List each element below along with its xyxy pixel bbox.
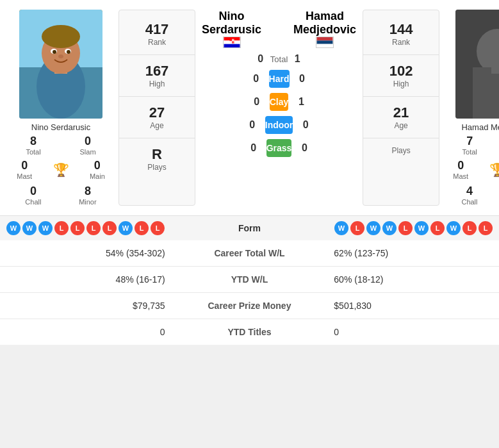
- stats-row: 48% (16-17)YTD W/L60% (18-12): [0, 267, 499, 293]
- player1-age-label: Age: [150, 121, 163, 130]
- player1-mast-value: 0: [21, 159, 28, 172]
- form-badge: L: [70, 221, 85, 235]
- grass-score-left: 0: [244, 142, 263, 154]
- form-badge: W: [414, 221, 429, 235]
- player2-age-row: 21 Age: [363, 97, 439, 138]
- player1-mid-stats: 417 Rank 167 High 27 Age R Plays: [119, 10, 195, 206]
- svg-rect-17: [232, 41, 234, 44]
- clay-button[interactable]: Clay: [270, 93, 289, 111]
- player2-mast-value: 0: [457, 159, 464, 172]
- player1-chall-cell: 0 Chall: [25, 185, 41, 206]
- player1-plays-value: R: [152, 146, 162, 163]
- stat-left: 54% (354-302): [0, 240, 175, 267]
- player1-rank-row: 417 Rank: [119, 13, 195, 55]
- form-badge: W: [446, 221, 461, 235]
- player2-name-block: Hamad Medjedovic: [293, 10, 356, 48]
- svg-rect-23: [473, 67, 499, 119]
- player1-name-label: Nino Serdarusic: [31, 122, 91, 132]
- player1-chall-label: Chall: [25, 198, 41, 206]
- player1-main-cell: 0 Main: [90, 159, 105, 180]
- player1-high-label: High: [149, 79, 165, 88]
- player1-plays-row: R Plays: [119, 138, 195, 179]
- player2-mast-label: Mast: [453, 172, 468, 180]
- hard-button[interactable]: Hard: [269, 70, 290, 88]
- player1-minor-label: Minor: [79, 198, 97, 206]
- player1-header-name: Nino Serdarusic: [202, 10, 261, 37]
- stat-left: 48% (16-17): [0, 267, 175, 293]
- total-score-right: 1: [288, 53, 307, 65]
- grass-button[interactable]: Grass: [266, 139, 292, 157]
- court-row-hard: 0 Hard 0: [243, 70, 315, 88]
- player1-photo: [19, 10, 102, 119]
- stat-right: $501,830: [324, 293, 499, 319]
- total-score-left: 0: [251, 53, 270, 65]
- player2-age-label: Age: [394, 121, 407, 130]
- svg-rect-24: [491, 64, 499, 74]
- top-section: Nino Serdarusic 8 Total 0 Slam 0 Mast: [0, 0, 499, 215]
- player2-trophy-icon: 🏆: [489, 162, 499, 178]
- clay-score-left: 0: [247, 96, 266, 108]
- player2-mast-cell: 0 Mast: [453, 159, 468, 180]
- svg-point-10: [58, 54, 63, 58]
- player2-high-value: 102: [389, 63, 413, 79]
- stat-label: YTD W/L: [175, 267, 325, 293]
- player1-plays-label: Plays: [147, 163, 166, 172]
- stats-row: 54% (354-302)Career Total W/L62% (123-75…: [0, 240, 499, 267]
- player1-stats-row1: 8 Total 0 Slam: [6, 135, 115, 156]
- player1-minor-cell: 8 Minor: [79, 185, 97, 206]
- player2-stats-row2: 4 Chall 3 Minor: [443, 185, 499, 206]
- player1-total-cell: 8 Total: [26, 135, 40, 156]
- total-label: Total: [270, 54, 288, 64]
- form-badge: W: [366, 221, 380, 235]
- indoor-button[interactable]: Indoor: [265, 116, 293, 134]
- player2-high-label: High: [393, 79, 409, 88]
- grass-score-right: 0: [295, 142, 314, 154]
- form-badge: L: [135, 221, 149, 235]
- player1-flag: [223, 37, 241, 48]
- form-badge: L: [86, 221, 101, 235]
- player2-rank-row: 144 Rank: [363, 13, 439, 55]
- player2-total-cell: 7 Total: [462, 135, 477, 156]
- player1-rank-value: 417: [145, 21, 169, 38]
- stat-label: YTD Titles: [175, 319, 325, 345]
- player1-card: Nino Serdarusic 8 Total 0 Slam 0 Mast: [6, 10, 115, 206]
- player2-stats-row1: 7 Total 0 Slam: [443, 135, 499, 156]
- form-badge: W: [38, 221, 53, 235]
- hard-score-left: 0: [247, 73, 266, 85]
- player1-minor-value: 8: [85, 185, 91, 198]
- court-row-indoor: 0 Indoor 0: [240, 116, 319, 134]
- court-row-clay: 0 Clay 1: [244, 93, 315, 111]
- svg-rect-20: [317, 44, 333, 47]
- form-badge: L: [151, 221, 165, 235]
- player1-main-value: 0: [94, 159, 101, 172]
- player1-rank-label: Rank: [148, 38, 166, 47]
- player1-chall-value: 0: [30, 185, 37, 198]
- svg-rect-14: [229, 39, 232, 42]
- player2-high-row: 102 High: [363, 55, 439, 97]
- player1-trophy-icon: 🏆: [53, 162, 69, 178]
- clay-score-right: 1: [291, 96, 311, 108]
- player2-flag: [316, 37, 334, 48]
- form-badge: L: [350, 221, 364, 235]
- player2-plays-row: Plays: [363, 138, 439, 163]
- indoor-score-left: 0: [243, 119, 262, 131]
- center-comparison: Nino Serdarusic: [199, 10, 359, 206]
- player2-age-value: 21: [393, 104, 409, 121]
- player2-mid-stats: 144 Rank 102 High 21 Age Plays: [363, 10, 439, 206]
- form-section: WWWLLLLWLL Form WLWWLWLWLL: [0, 215, 499, 240]
- player1-mast-label: Mast: [17, 172, 32, 180]
- player2-total-value: 7: [466, 135, 473, 148]
- form-badge: W: [334, 221, 348, 235]
- form-badge: L: [398, 221, 413, 235]
- player1-trophy-row: 0 Mast 🏆 0 Main: [6, 157, 115, 182]
- main-container: Nino Serdarusic 8 Total 0 Slam 0 Mast: [0, 0, 499, 345]
- player2-rank-value: 144: [389, 21, 413, 38]
- svg-rect-16: [229, 41, 232, 44]
- player2-header-name: Hamad Medjedovic: [293, 10, 356, 37]
- player1-slam-cell: 0 Slam: [80, 135, 96, 156]
- player2-total-label: Total: [462, 148, 477, 156]
- player1-name-block: Nino Serdarusic: [202, 10, 261, 48]
- form-badge: L: [102, 221, 117, 235]
- stat-right: 60% (18-12): [324, 267, 499, 293]
- stats-row: $79,735Career Prize Money$501,830: [0, 293, 499, 319]
